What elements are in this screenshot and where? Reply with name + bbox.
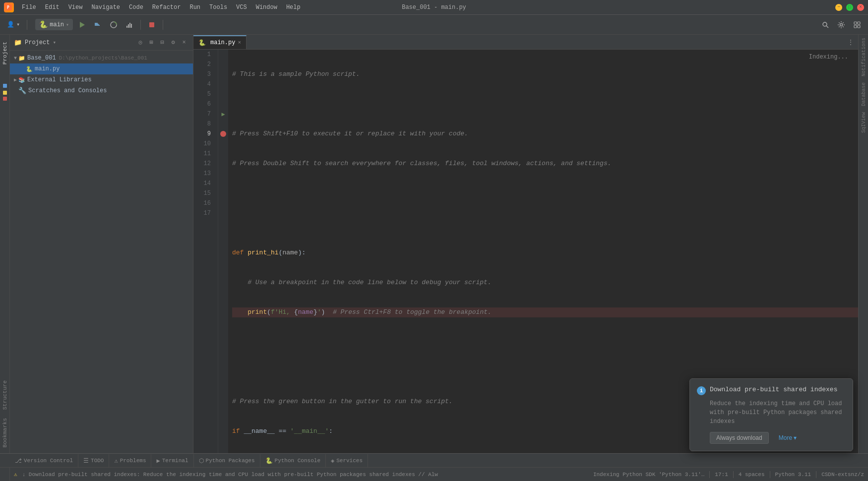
status-left-spacer [0,468,10,481]
collapse-all-button[interactable]: ⊟ [157,38,167,48]
tab-python-packages-label: Python Packages [206,458,255,464]
tab-problems[interactable]: ⚠ Problems [109,454,151,467]
version-control-icon: ⎇ [15,457,22,465]
menu-tools[interactable]: Tools [205,3,231,12]
tree-item-root[interactable]: ▼ 📁 Base_001 D:\python_projects\Base_001 [10,53,193,63]
more-button[interactable]: More ▾ [773,432,803,444]
toolbar-separator-2 [140,20,141,30]
python-version[interactable]: Python 3.11 [775,472,811,478]
tree-item-scratches[interactable]: ▶ 🔧 Scratches and Consoles [10,85,193,96]
menu-help[interactable]: Help [282,3,305,12]
bookmarks-tab-label[interactable]: Bookmarks [1,416,9,449]
svg-rect-3 [95,24,99,25]
svg-rect-17 [854,25,857,28]
gutter-breakpoint-9[interactable] [218,129,228,139]
line-num-14: 14 [193,179,214,188]
left-indicator-1 [3,84,7,88]
far-left-panel: Project Structure Bookmarks [0,35,10,453]
cursor-position[interactable]: 17:1 [715,472,728,478]
expand-all-button[interactable]: ⊞ [146,38,156,48]
breakpoint-indicator[interactable] [220,131,226,137]
left-indicator-2 [3,91,7,95]
run-button[interactable] [75,18,89,32]
search-everywhere-button[interactable] [818,18,832,32]
menu-view[interactable]: View [64,3,87,12]
tab-close-button[interactable]: × [238,40,241,46]
line-num-10: 10 [193,139,214,149]
panel-hide-button[interactable]: × [179,38,189,48]
run-gutter-icon[interactable]: ▶ [221,111,225,118]
menu-refactor[interactable]: Refactor [148,3,185,12]
svg-marker-2 [80,22,85,28]
line-num-9: 9 [193,129,214,139]
always-download-button[interactable]: Always download [710,432,769,444]
status-sep-1 [709,471,710,478]
tree-item-ext-libs[interactable]: ▶ 📚 External Libraries [10,74,193,85]
svg-rect-5 [95,25,100,26]
close-button[interactable]: × [857,4,864,11]
tab-todo[interactable]: ☰ TODO [78,454,109,467]
project-tab-label[interactable]: Project [1,40,9,66]
svg-text:P: P [7,5,9,10]
tab-python-packages[interactable]: ⬡ Python Packages [194,454,260,467]
toolbar: 👤 ▾ 🐍 main ▾ [0,15,868,35]
run-config-selector[interactable]: 🐍 main ▾ [35,19,73,30]
tab-python-console[interactable]: 🐍 Python Console [260,454,326,467]
plugins-button[interactable] [850,18,864,32]
encoding-info[interactable]: CSDN-extsnz/z [821,472,864,478]
minimize-button[interactable]: − [835,4,842,11]
menu-navigate[interactable]: Navigate [87,3,124,12]
notification-header: i Download pre-built shared indexes [697,386,846,395]
tab-terminal[interactable]: ▶ Terminal [151,454,193,467]
code-line-7: def print_hi(name): [232,248,858,258]
menu-file[interactable]: File [18,3,40,12]
line-num-8: 8 [193,119,214,129]
menu-edit[interactable]: Edit [41,3,63,12]
coverage-button[interactable] [107,18,121,32]
line-num-7: 7 [193,109,214,119]
indent-info[interactable]: 4 spaces [739,472,765,478]
line-num-11: 11 [193,149,214,159]
code-line-4: # Press Double Shift to search everywher… [232,159,858,169]
notifications-panel-tab[interactable]: Notifications [859,35,868,79]
tab-mainpy[interactable]: 🐍 main.py × [193,35,247,49]
menu-vcs[interactable]: VCS [232,3,251,12]
line-num-4: 4 [193,79,214,89]
root-folder-path: D:\python_projects\Base_001 [59,55,147,61]
tab-bar: 🐍 main.py × ⋮ [193,35,858,50]
stop-button[interactable] [145,18,159,32]
build-button[interactable] [91,18,105,32]
status-sep-2 [733,471,734,478]
line-num-17: 17 [193,208,214,218]
settings-button[interactable] [834,18,848,32]
indexing-info[interactable]: Indexing Python SDK 'Python 3.11'… [593,472,704,478]
tab-version-control[interactable]: ⎇ Version Control [10,454,78,467]
notification-info-icon: i [697,386,706,395]
menu-window[interactable]: Window [252,3,281,12]
gutter-line-2 [218,60,228,69]
project-dropdown-arrow[interactable]: ▾ [53,39,56,46]
title-bar: P File Edit View Navigate Code Refactor … [0,0,868,15]
tree-item-mainpy[interactable]: 🐍 main.py [10,63,193,74]
maximize-button[interactable]: □ [846,4,853,11]
structure-tab-label[interactable]: Structure [1,378,9,412]
line-num-12: 12 [193,159,214,169]
tab-services[interactable]: ◈ Services [326,454,368,467]
database-panel-tab[interactable]: Database [859,79,868,109]
code-line-8: # Use a breakpoint in the code line belo… [232,278,858,288]
locate-file-button[interactable]: ◎ [135,38,145,48]
tab-more-button[interactable]: ⋮ [843,35,858,49]
status-bar: ⚠ ↓ Download pre-built shared indexes: R… [0,467,868,481]
gutter: ▶ [218,50,228,453]
menu-run[interactable]: Run [186,3,204,12]
status-message[interactable]: ↓ Download pre-built shared indexes: Red… [22,472,590,478]
profile-button[interactable]: 👤 ▾ [4,19,23,30]
tab-todo-label: TODO [91,458,104,464]
menu-code[interactable]: Code [125,3,147,12]
sqlyog-panel-tab[interactable]: SqIView [859,109,868,136]
profile-run-button[interactable] [123,18,136,32]
gutter-run-7[interactable]: ▶ [218,109,228,119]
person-icon: 👤 [7,21,14,28]
line-num-15: 15 [193,188,214,198]
panel-settings-button[interactable]: ⚙ [168,38,178,48]
